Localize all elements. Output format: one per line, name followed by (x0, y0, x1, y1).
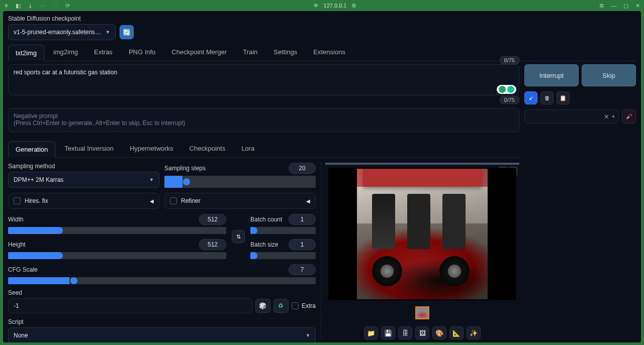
chevron-down-icon: ▼ (149, 177, 154, 182)
tab-settings[interactable]: Settings (266, 44, 304, 61)
clipboard-icon: 📋 (560, 95, 567, 101)
subtab-generation[interactable]: Generation (8, 141, 55, 158)
sampling-steps-slider[interactable] (164, 176, 316, 188)
height-value[interactable]: 512 (199, 239, 226, 250)
fill-prompt-button[interactable]: ↙ (524, 91, 537, 104)
interrupt-button[interactable]: Interrupt (524, 64, 579, 86)
subtab-textual-inversion[interactable]: Textual Inversion (57, 141, 121, 157)
batch-size-value[interactable]: 1 (289, 239, 316, 250)
view-icon[interactable]: 👁 (313, 3, 319, 9)
sidebar-toggle-icon[interactable]: ◧ (16, 3, 21, 9)
recycle-icon: ♻ (278, 302, 284, 309)
zip-button[interactable]: 🗄 (398, 326, 412, 339)
dice-icon: 🎲 (259, 302, 266, 309)
open-folder-button[interactable]: 📁 (364, 326, 378, 339)
skip-button[interactable]: Skip (582, 64, 636, 86)
width-value[interactable]: 512 (199, 214, 226, 225)
upscale-button[interactable]: ✨ (467, 326, 481, 339)
settings-sliders-icon[interactable]: ⚙ (351, 3, 356, 9)
collapse-left-icon: ◀ (150, 198, 154, 204)
hires-fix-label: Hires. fix (25, 197, 48, 204)
cfg-slider[interactable] (8, 277, 316, 284)
reuse-seed-button[interactable]: ♻ (273, 299, 289, 313)
batch-size-slider[interactable] (250, 252, 316, 259)
subtab-checkpoints[interactable]: Checkpoints (182, 141, 233, 157)
sampling-steps-label: Sampling steps (164, 165, 206, 172)
save-icon: 💾 (384, 329, 392, 337)
checkpoint-label: Stable Diffusion checkpoint (8, 15, 636, 22)
edit-styles-button[interactable]: 🖌 (622, 109, 636, 124)
reload-icon[interactable]: ⟳ (65, 3, 70, 9)
tab-extras[interactable]: Extras (87, 44, 120, 61)
sampling-method-value: DPM++ 2M Karras (14, 176, 63, 183)
generation-subtabs: Generation Textual Inversion Hypernetwor… (8, 141, 519, 158)
seed-extra-label: Extra (302, 302, 316, 309)
sampling-steps-value[interactable]: 20 (289, 163, 316, 174)
app-icon: ✳ (4, 3, 9, 9)
hires-fix-checkbox[interactable] (14, 197, 21, 204)
panel-icon[interactable]: ⧉ (600, 3, 604, 9)
image-detail (439, 256, 470, 286)
send-inpaint-button[interactable]: 🎨 (432, 326, 446, 339)
trash-icon: 🗑 (544, 95, 550, 101)
tab-img2img[interactable]: img2img (46, 44, 85, 61)
folder-icon: 📁 (367, 329, 375, 337)
swap-dimensions-button[interactable]: ⇅ (232, 230, 245, 243)
send-extras-button[interactable]: 📐 (449, 326, 464, 339)
chevron-down-icon: ▼ (106, 30, 110, 35)
styles-select[interactable]: ✕ ▼ (524, 109, 619, 124)
assist-icon-1[interactable] (499, 86, 506, 93)
batch-count-value[interactable]: 1 (289, 214, 316, 225)
script-select[interactable]: None ▼ (8, 327, 316, 342)
close-window-icon[interactable]: ✕ (635, 3, 640, 9)
sampling-method-label: Sampling method (8, 163, 159, 170)
random-seed-button[interactable]: 🎲 (255, 299, 270, 313)
seed-input[interactable] (8, 298, 252, 313)
back-icon[interactable]: ← (40, 3, 46, 9)
send-img2img-button[interactable]: 🖼 (415, 326, 429, 339)
refresh-checkpoint-button[interactable]: 🔄 (120, 25, 134, 39)
generated-image[interactable] (357, 169, 488, 299)
minimize-icon[interactable]: — (611, 3, 616, 9)
tab-txt2img[interactable]: txt2img (8, 45, 44, 61)
neg-prompt-token-count: 0/75 (500, 96, 519, 104)
seed-extra-checkbox[interactable] (292, 302, 299, 309)
image-detail (372, 256, 402, 286)
save-button[interactable]: 💾 (381, 326, 395, 339)
clear-style-icon[interactable]: ✕ (604, 113, 609, 121)
clear-prompt-button[interactable]: 🗑 (540, 91, 554, 104)
tab-checkpoint-merger[interactable]: Checkpoint Merger (164, 44, 234, 61)
width-label: Width (8, 216, 24, 223)
subtab-lora[interactable]: Lora (234, 141, 261, 157)
tab-train[interactable]: Train (236, 44, 264, 61)
cfg-label: CFG Scale (8, 266, 38, 273)
batch-count-label: Batch count (250, 216, 282, 223)
refiner-checkbox[interactable] (170, 197, 177, 204)
width-slider[interactable] (8, 227, 226, 234)
forward-icon[interactable]: → (53, 3, 58, 9)
sampling-method-select[interactable]: DPM++ 2M Karras ▼ (8, 172, 159, 188)
subtab-hypernetworks[interactable]: Hypernetworks (123, 141, 180, 157)
checkpoint-select[interactable]: v1-5-pruned-emaonly.safetensors [6ce0161… (8, 24, 116, 40)
image-icon: 🖼 (419, 329, 426, 337)
negative-prompt-input[interactable] (8, 108, 519, 132)
tab-extensions[interactable]: Extensions (306, 44, 352, 61)
script-value: None (14, 332, 28, 339)
archive-icon: 🗄 (402, 329, 409, 337)
arrow-icon: ↙ (529, 95, 533, 101)
assist-icon-2[interactable] (507, 86, 514, 93)
cfg-value[interactable]: 7 (289, 264, 316, 275)
checkpoint-value: v1-5-pruned-emaonly.safetensors [6ce0161… (14, 29, 103, 36)
height-slider[interactable] (8, 252, 226, 259)
refiner-toggle[interactable]: Refiner ◀ (164, 193, 316, 209)
paste-button[interactable]: 📋 (557, 91, 570, 104)
tab-pnginfo[interactable]: PNG Info (122, 44, 162, 61)
hires-fix-toggle[interactable]: Hires. fix ◀ (8, 193, 159, 209)
maximize-icon[interactable]: ▢ (623, 3, 628, 9)
download-icon[interactable]: ⭳ (28, 3, 33, 9)
output-thumbnail[interactable] (415, 306, 429, 319)
seed-label: Seed (8, 289, 316, 296)
prompt-input[interactable] (8, 64, 519, 95)
prompt-token-count: 8/75 (500, 56, 519, 64)
batch-count-slider[interactable] (250, 227, 316, 234)
